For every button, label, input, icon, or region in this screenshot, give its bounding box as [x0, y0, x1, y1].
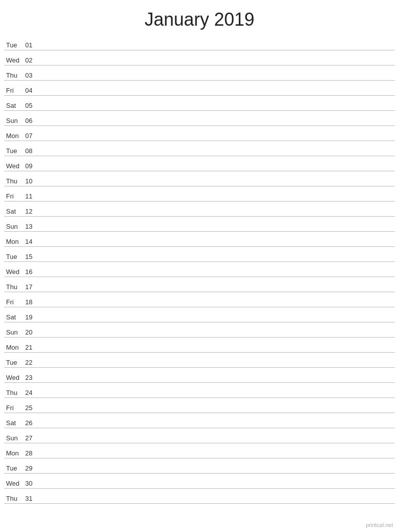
day-row: Thu31 — [4, 489, 395, 504]
day-name: Tue — [4, 253, 25, 260]
day-line — [39, 79, 395, 79]
day-row: Thu17 — [4, 277, 395, 292]
day-number: 06 — [25, 117, 39, 124]
day-number: 29 — [25, 464, 39, 472]
day-name: Sun — [4, 328, 25, 336]
day-name: Wed — [4, 56, 25, 64]
day-line — [39, 336, 395, 336]
day-line — [39, 456, 395, 457]
day-name: Wed — [4, 162, 25, 170]
day-line — [39, 487, 395, 487]
day-number: 18 — [25, 298, 39, 306]
day-name: Sun — [4, 434, 25, 442]
watermark: printcal.net — [366, 522, 393, 528]
day-number: 12 — [25, 208, 39, 215]
day-name: Fri — [4, 404, 25, 412]
day-name: Tue — [4, 359, 25, 366]
day-name: Sat — [4, 208, 25, 215]
day-line — [39, 305, 395, 306]
day-name: Thu — [4, 389, 25, 396]
day-number: 22 — [25, 359, 39, 366]
day-line — [39, 94, 395, 94]
day-number: 21 — [25, 344, 39, 351]
day-row: Fri04 — [4, 81, 395, 96]
calendar-list: Tue01Wed02Thu03Fri04Sat05Sun06Mon07Tue08… — [0, 35, 399, 504]
day-row: Wed16 — [4, 262, 395, 277]
day-row: Tue08 — [4, 141, 395, 156]
day-name: Mon — [4, 449, 25, 457]
day-number: 30 — [25, 480, 39, 487]
day-line — [39, 48, 395, 49]
day-line — [39, 320, 395, 321]
day-row: Sun06 — [4, 111, 395, 126]
day-number: 15 — [25, 253, 39, 260]
day-number: 31 — [25, 495, 39, 502]
day-name: Fri — [4, 298, 25, 306]
day-line — [39, 230, 395, 230]
day-number: 04 — [25, 87, 39, 94]
day-number: 02 — [25, 56, 39, 64]
day-number: 03 — [25, 72, 39, 79]
day-line — [39, 502, 395, 502]
day-row: Mon07 — [4, 126, 395, 141]
day-line — [39, 351, 395, 351]
day-row: Sun27 — [4, 428, 395, 443]
day-row: Fri11 — [4, 186, 395, 202]
day-line — [39, 472, 395, 472]
day-name: Mon — [4, 132, 25, 140]
day-line — [39, 260, 395, 260]
day-line — [39, 275, 395, 276]
day-row: Mon14 — [4, 232, 395, 247]
day-row: Thu24 — [4, 383, 395, 398]
day-row: Tue01 — [4, 35, 395, 50]
day-number: 07 — [25, 132, 39, 140]
day-number: 25 — [25, 404, 39, 412]
day-line — [39, 215, 395, 215]
day-number: 08 — [25, 147, 39, 155]
day-line — [39, 366, 395, 366]
day-name: Thu — [4, 72, 25, 79]
day-line — [39, 139, 395, 140]
day-line — [39, 396, 395, 396]
day-number: 28 — [25, 449, 39, 457]
day-line — [39, 154, 395, 155]
day-line — [39, 441, 395, 442]
day-name: Wed — [4, 480, 25, 487]
day-line — [39, 109, 395, 109]
day-row: Tue29 — [4, 458, 395, 474]
day-number: 26 — [25, 419, 39, 427]
day-number: 09 — [25, 162, 39, 170]
day-number: 19 — [25, 313, 39, 321]
day-number: 14 — [25, 238, 39, 245]
day-line — [39, 200, 395, 200]
day-line — [39, 290, 395, 291]
day-name: Sat — [4, 419, 25, 427]
day-name: Tue — [4, 147, 25, 155]
day-name: Wed — [4, 268, 25, 276]
day-row: Sun20 — [4, 322, 395, 338]
day-row: Wed09 — [4, 156, 395, 171]
day-row: Sun13 — [4, 217, 395, 232]
day-row: Sat12 — [4, 202, 395, 217]
day-name: Sat — [4, 102, 25, 109]
day-row: Sat26 — [4, 413, 395, 428]
day-row: Fri18 — [4, 292, 395, 307]
day-name: Tue — [4, 464, 25, 472]
day-line — [39, 411, 395, 412]
day-name: Sun — [4, 223, 25, 230]
day-row: Sat05 — [4, 96, 395, 111]
day-row: Wed30 — [4, 474, 395, 489]
day-name: Fri — [4, 87, 25, 94]
day-line — [39, 184, 395, 185]
day-number: 11 — [25, 192, 39, 200]
day-number: 13 — [25, 223, 39, 230]
day-line — [39, 381, 395, 381]
day-number: 24 — [25, 389, 39, 396]
day-number: 23 — [25, 374, 39, 381]
day-row: Wed23 — [4, 368, 395, 383]
day-line — [39, 245, 395, 245]
day-name: Sun — [4, 117, 25, 124]
day-name: Mon — [4, 344, 25, 351]
day-line — [39, 426, 395, 427]
day-row: Thu10 — [4, 171, 395, 186]
